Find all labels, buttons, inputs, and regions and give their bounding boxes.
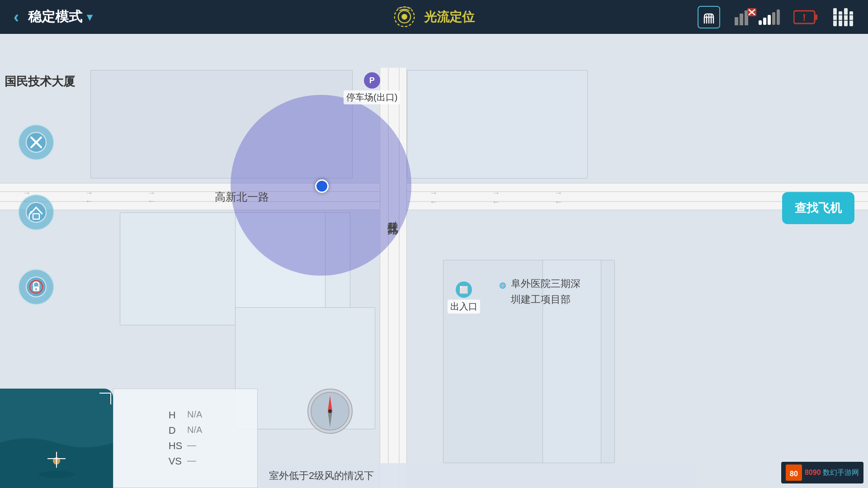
entrance-icon: ⬜ — [456, 282, 472, 298]
road-label-gaoxin: 高新北一路 — [215, 190, 269, 204]
svg-point-37 — [328, 409, 332, 413]
telem-hs-label: HS — [169, 440, 184, 452]
watermark-name: 数幻手游网 — [823, 469, 859, 476]
telem-vs-val: — — [187, 455, 202, 467]
map[interactable]: →→→ ←←← →→→ ←←← 高新北一路 科技北三路 国民技术大厦 P 停车场… — [0, 34, 868, 488]
parking-icon: P — [364, 72, 380, 89]
svg-rect-5 — [740, 14, 743, 25]
label-hospital: 阜外医院三期深圳建工项目部 — [511, 276, 601, 307]
svg-point-28 — [35, 288, 37, 290]
chevron-down-icon: ▾ — [87, 11, 92, 23]
wind-info-bar: 室外低于2级风的情况下 — [260, 463, 696, 488]
svg-rect-16 — [849, 11, 853, 26]
label-guomin: 国民技术大厦 — [5, 74, 75, 89]
svg-rect-14 — [839, 11, 842, 26]
svg-rect-4 — [735, 17, 738, 25]
optical-flow-icon — [393, 6, 416, 28]
cancel-button[interactable] — [18, 124, 54, 160]
mode-selector[interactable]: 稳定模式 ▾ — [28, 8, 92, 26]
watermark-logo: 80 — [786, 465, 802, 481]
watermark-text: 8090 数幻手游网 — [805, 468, 859, 478]
lock-button[interactable] — [18, 269, 54, 305]
svg-rect-15 — [844, 8, 848, 26]
svg-text:80: 80 — [790, 470, 798, 478]
compass — [307, 389, 353, 434]
settings-icon[interactable] — [832, 6, 854, 28]
marker-entrance: ⬜ 出入口 — [448, 282, 480, 314]
battery-warning-icon[interactable]: ! — [793, 8, 818, 26]
telem-vs-label: VS — [169, 455, 184, 467]
svg-text:!: ! — [802, 12, 806, 23]
svg-rect-13 — [833, 8, 837, 26]
chart-icon[interactable] — [734, 8, 756, 26]
bottom-camera-panel — [0, 389, 113, 488]
marker-parking: P 停车场(出口) — [344, 72, 400, 104]
parking-label: 停车场(出口) — [344, 90, 400, 104]
location-dot — [315, 179, 329, 193]
svg-rect-11 — [815, 14, 817, 20]
building-right-top — [407, 70, 588, 178]
chart-signal-wrapper — [734, 8, 780, 26]
watermark-number: 8090 — [805, 469, 821, 476]
signal-bars — [759, 9, 780, 25]
entrance-label: 出入口 — [448, 300, 480, 314]
topbar: ‹ 稳定模式 ▾ 光流定位 — [0, 0, 868, 34]
telem-na1: N/A — [187, 409, 202, 421]
topbar-right: ! — [698, 6, 854, 28]
telem-h-label: H — [169, 409, 184, 421]
mode-text: 稳定模式 — [28, 8, 82, 26]
return-home-button[interactable] — [18, 194, 54, 230]
back-button[interactable]: ‹ — [14, 8, 19, 27]
topbar-center: 光流定位 — [393, 6, 475, 28]
svg-point-2 — [401, 14, 407, 20]
telem-na2: N/A — [187, 425, 202, 436]
watermark: 80 8090 数幻手游网 — [781, 462, 863, 483]
find-aircraft-button[interactable]: 查找飞机 — [782, 192, 854, 224]
telemetry-panel: H N/A D N/A HS — VS — — [113, 389, 258, 488]
gesture-icon[interactable] — [698, 6, 720, 28]
small-circle-marker — [500, 282, 506, 289]
road-label-keji: 科技北三路 — [386, 212, 400, 217]
road-arrows-right: →→→ — [429, 188, 562, 198]
road-arrows-right2: ←←← — [429, 197, 562, 207]
telem-hs-val: — — [187, 440, 202, 452]
telem-d-label: D — [169, 425, 184, 436]
optical-flow-label: 光流定位 — [424, 9, 475, 26]
wind-info-text: 室外低于2级风的情况下 — [269, 469, 374, 483]
